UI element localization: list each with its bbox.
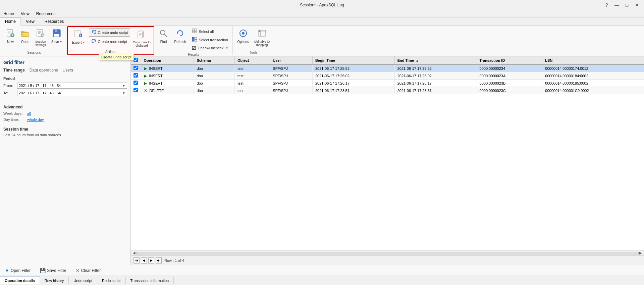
filter-bar: ▼ Open Filter 💾 Save Filter ✕ Clear Filt… [0,265,644,276]
results-buttons: Find Refresh [156,26,230,52]
save-button[interactable]: Save ▼ [49,28,65,45]
to-input[interactable]: ▼ [17,90,127,96]
scroll-right-arrow[interactable]: ▶ [639,251,643,255]
ribbon-tab-resources[interactable]: Resources [40,17,69,26]
col-header-user[interactable]: User [270,56,313,64]
table-container[interactable]: Operation Schema Object User Begin Time … [131,56,644,250]
tab-redo-script[interactable]: Redo script [97,277,126,284]
next-row-button[interactable]: ▶ [148,257,154,264]
col-header-lsn[interactable]: LSN [542,56,644,64]
from-input[interactable]: ▼ [17,83,127,89]
ribbon-tab-bar: Home View Resources [0,17,644,26]
filter-nav-users[interactable]: Users [63,68,73,73]
period-label: Period [3,77,127,81]
copy-rows-icon [137,29,146,40]
open-filter-button[interactable]: ▼ Open Filter [3,267,32,274]
from-dropdown-btn[interactable]: ▼ [122,84,125,88]
save-filter-button[interactable]: 💾 Save Filter [39,267,67,274]
col-header-object[interactable]: Object [235,56,270,64]
col-header-begin-time[interactable]: Begin Time [312,56,394,64]
redo-icon [91,38,97,45]
help-button[interactable]: ? [602,1,611,9]
row-begin-time: 2021-06-17 17:26:17 [312,80,394,87]
menu-view[interactable]: View [17,11,33,17]
tab-transaction-information[interactable]: Transaction information [126,277,174,284]
old-table-id-button[interactable]: Old table IDmapping [252,28,272,48]
first-row-button[interactable]: ⏮ [133,257,140,264]
from-input-field[interactable] [19,84,121,88]
ribbon-tab-home[interactable]: Home [0,17,21,26]
select-transaction-label: Select transaction [199,38,228,42]
menu-home[interactable]: Home [0,11,17,17]
row-checkbox-cell[interactable] [131,64,141,72]
select-transaction-button[interactable]: Select transaction [190,36,230,44]
to-dropdown-btn[interactable]: ▼ [122,91,125,95]
copy-rows-button[interactable]: Copy rows toclipboard [131,28,152,48]
select-transaction-icon [192,37,197,43]
row-checkbox[interactable] [133,66,138,70]
to-input-field[interactable] [19,91,121,95]
table-row[interactable]: ▶ INSERT dbo test SPF\SPJ 2021-06-17 17:… [131,64,644,72]
find-button[interactable]: Find [156,28,170,45]
export-label: Export ▼ [72,41,85,44]
row-checkbox[interactable] [133,88,138,92]
select-all-checkbox[interactable] [133,58,138,62]
session-settings-button[interactable]: ⚙ Sessionsettings [33,28,48,48]
svg-marker-25 [92,31,94,33]
row-checkbox-cell[interactable] [131,87,141,94]
row-operation: ▶ INSERT [141,64,194,72]
close-button[interactable]: ✕ [633,1,641,9]
row-checkbox-cell[interactable] [131,80,141,87]
ribbon-group-tools: Options Old table IDmapping Tools [233,26,274,55]
prev-row-button[interactable]: ◀ [141,257,147,264]
row-checkbox[interactable] [133,73,138,78]
open-icon [20,29,30,39]
create-redo-script-button[interactable]: Create redo script [89,37,130,46]
col-header-transaction-id[interactable]: Transaction ID [477,56,542,64]
maximize-button[interactable]: □ [623,1,631,9]
col-header-operation[interactable]: Operation [141,56,194,64]
scroll-left-arrow[interactable]: ◀ [132,251,136,255]
open-label: Open [21,40,29,44]
table-row[interactable]: ✕ DELETE dbo test SPF\SPJ 2021-06-17 17:… [131,87,644,94]
tab-undo-script[interactable]: Undo script [69,277,97,284]
row-end-time: 2021-06-17 17:28:51 [394,87,477,94]
session-settings-label: Sessionsettings [35,40,46,47]
row-info: Row : 1 of 4 [164,258,184,263]
minimize-button[interactable]: — [612,1,621,9]
filter-nav-data-operations[interactable]: Data operations [30,68,58,73]
week-days-link[interactable]: all [27,111,31,115]
select-all-icon [192,29,197,34]
svg-rect-35 [192,29,194,31]
day-time-label: Day time: [3,117,25,122]
tab-operation-details[interactable]: Operation details [0,277,40,284]
options-button[interactable]: Options [235,28,251,45]
row-end-time: 2021-06-17 17:26:17 [394,80,477,87]
bottom-tabs: Operation details Row history Undo scrip… [0,276,644,285]
row-checkbox[interactable] [133,81,138,85]
new-button[interactable]: + New [3,28,17,45]
options-icon [238,29,248,39]
table-row[interactable]: ▶ INSERT dbo test SPF\SPJ 2021-06-17 17:… [131,72,644,80]
clear-filter-button[interactable]: ✕ Clear Filter [74,267,102,274]
select-all-button[interactable]: Select all [190,28,230,35]
col-header-schema[interactable]: Schema [194,56,235,64]
horizontal-scrollbar[interactable] [136,252,639,254]
menu-resources[interactable]: Resources [33,11,59,17]
open-button[interactable]: Open [18,28,32,45]
export-button[interactable]: Export ▼ [70,28,88,45]
last-row-button[interactable]: ⏭ [156,257,162,264]
create-undo-script-button[interactable]: Create undo script [89,28,130,37]
ribbon-tab-view[interactable]: View [21,17,40,26]
check-uncheck-button[interactable]: ☑ Check/Uncheck ▼ [190,44,230,52]
col-header-end-time[interactable]: End Time ▲ [394,56,477,64]
create-redo-script-label: Create redo script [98,40,127,44]
filter-nav-time-range[interactable]: Time range [3,68,25,73]
ribbon-group-results: Find Refresh [154,26,233,55]
refresh-button[interactable]: Refresh [172,28,188,45]
table-body: ▶ INSERT dbo test SPF\SPJ 2021-06-17 17:… [131,64,644,94]
day-time-link[interactable]: whole day [27,117,44,122]
tab-row-history[interactable]: Row history [40,277,69,284]
table-row[interactable]: ▶ INSERT dbo test SPF\SPJ 2021-06-17 17:… [131,80,644,87]
row-checkbox-cell[interactable] [131,72,141,80]
